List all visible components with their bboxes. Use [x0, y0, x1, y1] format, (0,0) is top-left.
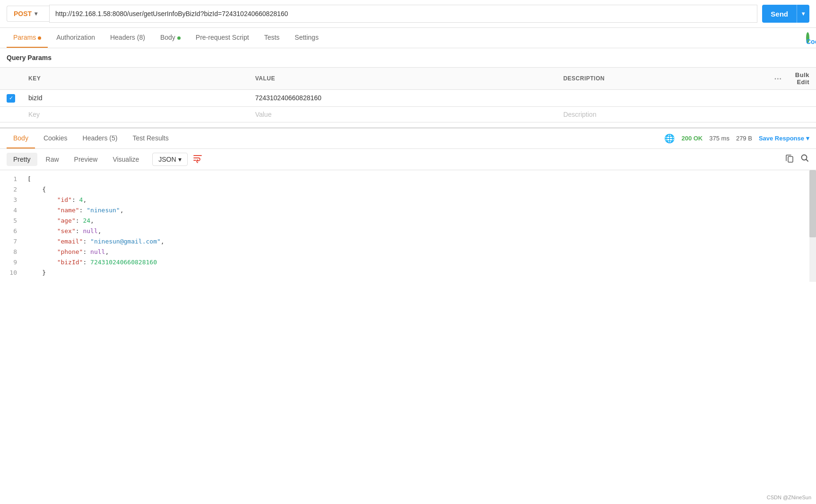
response-tab-headers[interactable]: Headers (5) [76, 129, 124, 148]
response-size: 279 B [736, 135, 752, 142]
format-tab-preview[interactable]: Preview [68, 153, 104, 166]
status-badge: 200 OK [681, 135, 703, 142]
json-content: [ { "id": 4, "name": "ninesun", "age": 2… [24, 174, 816, 278]
scrollbar-thumb[interactable] [809, 170, 816, 237]
save-response-chevron-icon: ▾ [806, 135, 809, 142]
response-meta: 🌐 200 OK 375 ms 279 B Save Response ▾ [664, 133, 809, 144]
body-dot [177, 36, 181, 40]
col-value-header: VALUE [249, 68, 557, 90]
scrollbar-track[interactable] [809, 170, 816, 282]
tab-tests[interactable]: Tests [258, 28, 286, 48]
format-bar: Pretty Raw Preview Visualize JSON ▾ [0, 149, 816, 170]
url-input[interactable] [49, 5, 757, 23]
url-bar: POST ▾ Send ▾ [0, 0, 816, 28]
empty-key-cell[interactable]: Key [22, 106, 249, 122]
response-section: Body Cookies Headers (5) Test Results 🌐 … [0, 127, 816, 282]
send-dropdown-icon[interactable]: ▾ [797, 5, 809, 23]
col-check-header [0, 68, 22, 90]
globe-icon: 🌐 [664, 133, 675, 144]
params-table: KEY VALUE DESCRIPTION ⋯ Bulk Edit ✓ bizI… [0, 67, 816, 122]
response-tab-cookies[interactable]: Cookies [37, 129, 74, 148]
tab-authorization[interactable]: Authorization [50, 28, 102, 48]
actions-dots-icon[interactable]: ⋯ [774, 75, 782, 83]
col-key-header: KEY [22, 68, 249, 90]
tab-pre-request-script[interactable]: Pre-request Script [189, 28, 256, 48]
method-selector[interactable]: POST ▾ [7, 6, 49, 22]
request-tabs-row: Params Authorization Headers (8) Body Pr… [0, 28, 816, 48]
format-tab-raw[interactable]: Raw [39, 153, 66, 166]
response-tabs-row: Body Cookies Headers (5) Test Results 🌐 … [0, 129, 816, 149]
response-tab-test-results[interactable]: Test Results [126, 129, 175, 148]
cookies-link[interactable]: Cookies [806, 32, 809, 43]
json-body: 1 2 3 4 5 6 7 8 9 10 [ { "id": 4, "name"… [0, 170, 816, 282]
search-icon[interactable] [800, 153, 809, 165]
response-time: 375 ms [709, 135, 729, 142]
format-tab-pretty[interactable]: Pretty [7, 153, 37, 166]
tab-params[interactable]: Params [7, 28, 48, 48]
col-bulk-edit-header: Bulk Edit [789, 68, 816, 90]
tab-headers[interactable]: Headers (8) [104, 28, 152, 48]
save-response-button[interactable]: Save Response ▾ [759, 135, 809, 142]
empty-bulk-cell [789, 106, 816, 122]
svg-rect-0 [788, 156, 793, 162]
col-actions-header: ⋯ [767, 68, 789, 90]
param-value-cell[interactable]: 724310240660828160 [249, 90, 557, 107]
param-desc-cell[interactable] [556, 90, 767, 107]
method-chevron-icon: ▾ [35, 10, 37, 17]
send-button-label: Send [762, 10, 797, 18]
method-label: POST [14, 10, 32, 17]
params-dot [38, 36, 41, 40]
tab-body[interactable]: Body [154, 28, 187, 48]
copy-icon[interactable] [785, 153, 794, 165]
format-tab-visualize[interactable]: Visualize [106, 153, 146, 166]
svg-point-1 [802, 155, 807, 160]
send-button[interactable]: Send ▾ [762, 5, 809, 23]
line-numbers: 1 2 3 4 5 6 7 8 9 10 [0, 174, 24, 278]
table-row: ✓ bizId 724310240660828160 [0, 90, 816, 107]
query-params-title: Query Params [0, 48, 816, 67]
empty-value-cell[interactable]: Value [249, 106, 557, 122]
param-bulk-cell [789, 90, 816, 107]
json-format-selector[interactable]: JSON ▾ [152, 153, 187, 166]
row-checkbox[interactable]: ✓ [7, 94, 15, 103]
table-row-empty: Key Value Description [0, 106, 816, 122]
response-tab-body[interactable]: Body [7, 129, 35, 148]
param-key-cell[interactable]: bizId [22, 90, 249, 107]
empty-desc-cell[interactable]: Description [556, 106, 767, 122]
json-format-chevron-icon: ▾ [178, 156, 182, 163]
empty-actions-cell [767, 106, 789, 122]
param-actions-cell [767, 90, 789, 107]
col-description-header: DESCRIPTION [556, 68, 767, 90]
bulk-edit-button[interactable]: Bulk Edit [795, 71, 809, 86]
wrap-icon[interactable] [192, 153, 203, 165]
tab-settings[interactable]: Settings [288, 28, 325, 48]
